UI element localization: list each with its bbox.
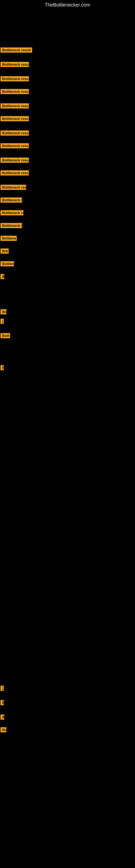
bottleneck-badge-7[interactable]: Bottleneck resu bbox=[1, 130, 29, 137]
bottleneck-badge-14[interactable]: Bottleneck r bbox=[1, 223, 22, 230]
site-title: TheBottlenecker.com bbox=[0, 0, 135, 9]
bottleneck-badge-6[interactable]: Bottleneck resu bbox=[1, 116, 29, 123]
bottleneck-badge-24[interactable]: E bbox=[1, 365, 4, 372]
bottleneck-badge-10[interactable]: Bottleneck resu bbox=[1, 170, 29, 177]
site-header: TheBottlenecker.com bbox=[0, 0, 135, 9]
bottleneck-badge-3[interactable]: Bottleneck resu bbox=[1, 76, 29, 83]
bottleneck-badge-26[interactable]: | bbox=[1, 686, 4, 692]
bottleneck-badge-18[interactable]: B bbox=[1, 274, 4, 281]
bottleneck-badge-16[interactable]: Bot bbox=[1, 248, 9, 255]
bottleneck-badge-4[interactable]: Bottleneck resu bbox=[1, 89, 29, 96]
bottleneck-badge-9[interactable]: Bottleneck resu bbox=[1, 158, 29, 164]
bottleneck-badge-21[interactable]: | bbox=[1, 319, 4, 326]
bottleneck-badge-2[interactable]: Bottleneck resu bbox=[1, 62, 29, 69]
bottleneck-badge-5[interactable]: Bottleneck resu bbox=[1, 103, 29, 110]
bottleneck-badge-1[interactable]: Bottleneck result bbox=[1, 48, 32, 54]
bottleneck-badge-29[interactable]: Bo bbox=[1, 727, 6, 734]
bottleneck-badge-13[interactable]: Bottleneck re bbox=[1, 210, 24, 217]
bottleneck-badge-27[interactable]: E bbox=[1, 700, 4, 707]
bottleneck-badge-22[interactable]: Bott bbox=[1, 333, 10, 340]
bottleneck-badge-12[interactable]: Bottleneck r bbox=[1, 197, 22, 204]
bottleneck-badge-15[interactable]: Bottlene bbox=[1, 236, 17, 243]
bottleneck-badge-17[interactable]: Bottlen bbox=[1, 261, 14, 268]
bottleneck-badge-28[interactable]: B bbox=[1, 714, 4, 721]
bottleneck-badge-8[interactable]: Bottleneck resu bbox=[1, 143, 29, 150]
bottleneck-badge-11[interactable]: Bottleneck res bbox=[1, 185, 26, 191]
bottleneck-badge-20[interactable]: Bo bbox=[1, 309, 6, 316]
